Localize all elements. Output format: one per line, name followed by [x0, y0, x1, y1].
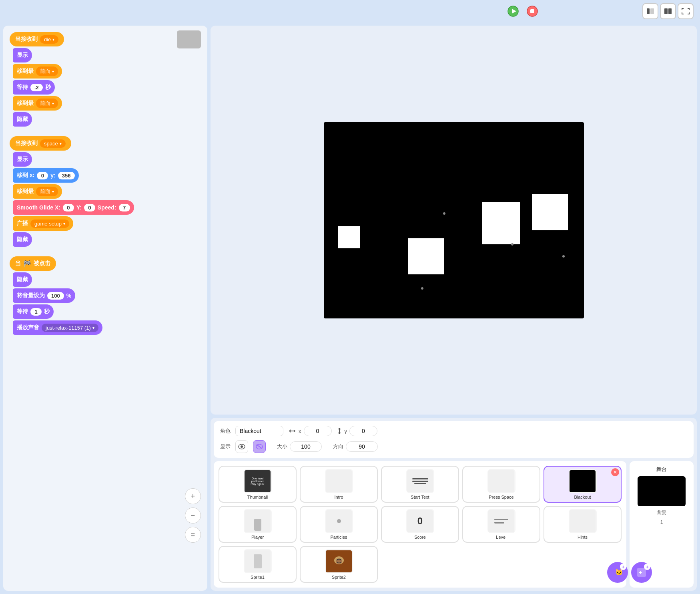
sprite-card-level[interactable]: Level [462, 506, 540, 543]
score-label: Score [414, 535, 426, 540]
block-group-flag: 当 🏁 被点击 隐藏 将音量设为 100 % 等待 1 秒 播放声音 just-… [10, 256, 201, 335]
sprite-name-input[interactable] [235, 426, 283, 436]
sprite-card-hints[interactable]: Hints [544, 506, 622, 543]
right-content: 角色 x [211, 26, 697, 591]
sprite-card-blackout[interactable]: ✕ Blackout [544, 466, 622, 503]
zoom-out-button[interactable]: − [185, 507, 201, 524]
stop-button[interactable] [524, 3, 540, 19]
blackout-thumb [569, 469, 597, 493]
sprite2-thumb [325, 549, 353, 573]
view-sidebar-button[interactable] [642, 3, 658, 19]
stage-dot-4 [421, 287, 423, 290]
sprite-card-player[interactable]: Player [219, 506, 297, 543]
svg-rect-4 [647, 8, 650, 14]
block-wait-2[interactable]: 等待 1 秒 [13, 304, 54, 319]
particles-thumb [325, 509, 353, 533]
vis-label: 显示 [220, 443, 231, 450]
sprite-card-sprite2[interactable]: Sprite2 [300, 546, 378, 583]
y-arrow-icon [337, 427, 342, 435]
front-dropdown-3[interactable]: 前面▾ [36, 187, 58, 196]
hints-thumb [569, 509, 597, 533]
svg-marker-12 [338, 428, 341, 429]
dir-label: 方向 [333, 443, 343, 450]
block-hide-2[interactable]: 隐藏 [13, 232, 32, 247]
eye-slash-icon [256, 444, 263, 449]
sprite1-label: Sprite1 [251, 575, 265, 580]
block-wait-1[interactable]: 等待 .2 秒 [13, 80, 55, 95]
space-dropdown[interactable]: space ▾ [40, 139, 66, 148]
pressspace-label: Press Space [489, 495, 513, 499]
code-panel: 当接收到 die ▾ 显示 移到最 前面▾ 等待 .2 秒 [3, 26, 207, 591]
hide-icon[interactable] [253, 440, 266, 453]
add-stage-button[interactable]: + + [631, 562, 652, 583]
stage-mini-thumb [638, 476, 686, 506]
starttext-label: Start Text [411, 495, 429, 499]
level-label: Level [496, 535, 506, 540]
sound-dropdown[interactable]: just-relax-11157 (1)▾ [42, 324, 98, 332]
broadcast-dropdown[interactable]: game setup▾ [30, 219, 69, 228]
y-label: y [345, 428, 347, 434]
backdrop-label: 背景 [657, 509, 666, 516]
block-hide-3[interactable]: 隐藏 [13, 272, 32, 287]
top-bar [0, 0, 700, 22]
y-input[interactable] [349, 426, 377, 436]
svg-point-22 [339, 559, 341, 560]
block-receive-die[interactable]: 当接收到 die ▾ [10, 32, 64, 46]
svg-marker-9 [294, 429, 295, 433]
block-goto-xy[interactable]: 移到 x: 0 y: 356 [13, 168, 79, 183]
svg-rect-6 [664, 8, 668, 14]
block-move-front-1[interactable]: 移到最 前面▾ [13, 64, 62, 79]
wait-value-2: 1 [30, 308, 42, 316]
zoom-in-button[interactable]: + [185, 488, 201, 504]
block-set-volume[interactable]: 将音量设为 100 % [13, 288, 75, 303]
thumbnail-thumb: One level platformerPlay again! [244, 469, 272, 493]
dir-group: 方向 [333, 441, 378, 452]
visibility-row: 显示 大小 [220, 440, 687, 453]
stage-dot-3 [562, 255, 565, 258]
svg-rect-3 [530, 9, 534, 13]
block-flag-clicked[interactable]: 当 🏁 被点击 [10, 256, 56, 271]
sprite-card-sprite1[interactable]: Sprite1 [219, 546, 297, 583]
sprite2-label: Sprite2 [332, 575, 346, 580]
dir-input[interactable] [346, 441, 378, 452]
sprite-card-particles[interactable]: Particles [300, 506, 378, 543]
block-broadcast[interactable]: 广播 game setup▾ [13, 216, 73, 231]
thumbnail-label: Thumbnail [247, 495, 268, 499]
show-icon[interactable] [235, 440, 248, 453]
die-dropdown[interactable]: die ▾ [40, 35, 58, 44]
block-receive-space[interactable]: 当接收到 space ▾ [10, 136, 71, 151]
svg-text:+: + [639, 569, 642, 576]
code-thumbnail [177, 30, 201, 48]
sprite-card-thumbnail[interactable]: One level platformerPlay again! Thumbnai… [219, 466, 297, 503]
flag-icon: 🏁 [23, 260, 31, 268]
level-thumb [487, 509, 515, 533]
eye-open-icon [238, 444, 245, 449]
x-input[interactable] [304, 426, 332, 436]
block-show-1[interactable]: 显示 [13, 48, 32, 62]
block-group-space: 当接收到 space ▾ 显示 移到 x: 0 y: 356 移到最 前面▾ [10, 136, 201, 247]
sprite-card-score[interactable]: 0 Score [381, 506, 459, 543]
block-hide-1[interactable]: 隐藏 [13, 112, 32, 127]
zoom-reset-button[interactable]: = [185, 527, 201, 543]
block-move-front-2[interactable]: 移到最 前面▾ [13, 96, 62, 111]
svg-point-15 [241, 445, 243, 448]
block-smooth-glide[interactable]: Smooth Glide X: 0 Y: 0 Speed: 7 [13, 200, 134, 215]
sprite-card-intro[interactable]: Intro [300, 466, 378, 503]
sprite1-thumb [244, 549, 272, 573]
fullscreen-button[interactable] [678, 3, 694, 19]
front-dropdown-1[interactable]: 前面▾ [36, 66, 58, 76]
particles-label: Particles [330, 535, 347, 540]
block-play-sound[interactable]: 播放声音 just-relax-11157 (1)▾ [13, 320, 102, 335]
block-show-2[interactable]: 显示 [13, 152, 32, 167]
sprite-card-pressspace[interactable]: Press Space [462, 466, 540, 503]
block-move-front-3[interactable]: 移到最 前面▾ [13, 184, 62, 199]
green-flag-button[interactable] [505, 3, 521, 19]
sprite-card-starttext[interactable]: Start Text [381, 466, 459, 503]
stage-block-3 [482, 202, 520, 244]
sprite-delete-button[interactable]: ✕ [611, 468, 619, 476]
view-both-button[interactable] [660, 3, 676, 19]
size-input[interactable] [290, 441, 322, 452]
size-label: 大小 [277, 443, 287, 450]
add-sprite-button[interactable]: 🐱 + [607, 562, 628, 583]
front-dropdown-2[interactable]: 前面▾ [36, 99, 58, 108]
